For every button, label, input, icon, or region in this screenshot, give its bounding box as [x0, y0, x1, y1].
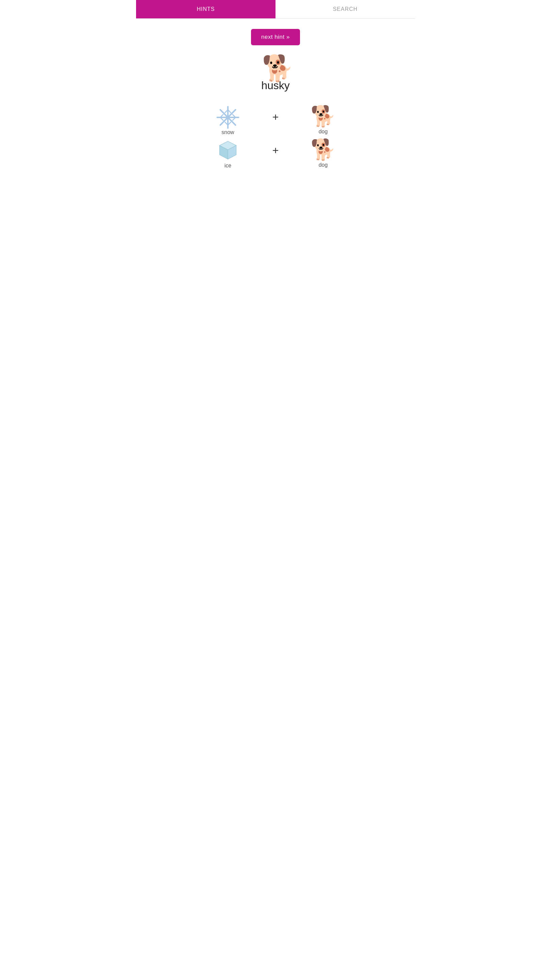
hint-item-dog-2: 🐕 dog — [289, 140, 357, 168]
husky-image: 🐕 — [262, 56, 289, 79]
main-content: next hint » 🐕 husky — [136, 19, 415, 179]
hint-row-1: snow + 🐕 dog — [146, 105, 405, 135]
tab-hints[interactable]: HINTS — [136, 0, 275, 18]
hint-plus-1: + — [262, 111, 289, 124]
hint-plus-2: + — [262, 144, 289, 157]
result-word: husky — [261, 79, 290, 92]
hint-item-ice: ice — [194, 139, 262, 169]
hint-dog1-label: dog — [319, 129, 328, 135]
tab-bar: HINTS SEARCH — [136, 0, 415, 19]
tab-search[interactable]: SEARCH — [275, 0, 415, 18]
next-hint-button[interactable]: next hint » — [251, 29, 300, 45]
hints-grid: snow + 🐕 dog — [143, 105, 408, 169]
snowflake-icon — [216, 105, 240, 129]
result-section: 🐕 husky — [261, 56, 290, 92]
hint-snow-label: snow — [221, 129, 234, 135]
hint-item-snow: snow — [194, 105, 262, 135]
hint-ice-label: ice — [224, 163, 231, 169]
dog-icon-1: 🐕 — [311, 106, 336, 127]
dog-icon-2: 🐕 — [311, 140, 336, 160]
hint-row-2: ice + 🐕 dog — [146, 139, 405, 169]
hint-item-dog-1: 🐕 dog — [289, 106, 357, 135]
hint-dog2-label: dog — [319, 162, 328, 168]
ice-icon — [216, 139, 240, 163]
